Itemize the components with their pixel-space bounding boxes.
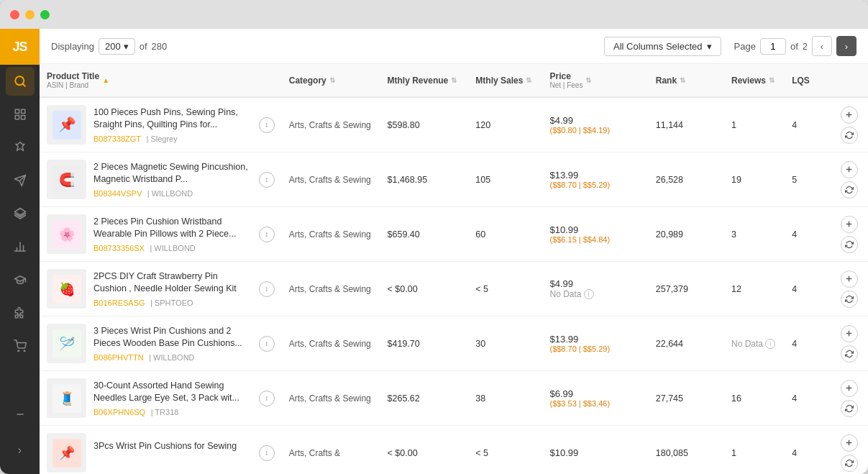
rank-value-6: 27,745	[656, 393, 683, 404]
product-asin-3[interactable]: B08733356SX	[93, 244, 145, 252]
refresh-action-btn-6[interactable]	[841, 400, 858, 417]
table-row: 🧲 2 Pieces Magnetic Sewing Pincushion, M…	[40, 152, 868, 207]
price-info-icon[interactable]: i	[584, 289, 594, 299]
action-buttons-4	[837, 270, 861, 308]
price-main-4: $4.99	[549, 278, 641, 289]
svg-text:🪡: 🪡	[59, 336, 76, 352]
rank-value-3: 20,989	[656, 229, 683, 240]
revenue-value-7: < $0.00	[388, 448, 418, 458]
sidebar-item-chart[interactable]	[6, 232, 35, 261]
action-buttons-3	[837, 216, 861, 253]
actions-cell-1	[830, 97, 868, 152]
svg-text:🌸: 🌸	[59, 227, 76, 242]
sales-cell-6: 38	[468, 371, 542, 426]
page-total: 2	[803, 41, 808, 52]
col-reviews-label: Reviews	[731, 76, 766, 86]
price-cell-2: $13.99 ($$8.70 | $$5.29)	[542, 152, 648, 207]
price-cell-7: $10.99	[542, 426, 648, 475]
product-asin-5[interactable]: B086PHVTTN	[93, 353, 144, 362]
maximize-btn[interactable]	[40, 10, 50, 19]
lqs-cell-1: 4	[785, 97, 830, 152]
sales-sort-icon: ⇅	[526, 76, 531, 84]
add-action-btn-7[interactable]	[841, 434, 858, 452]
sidebar-item-graduation[interactable]	[6, 265, 35, 294]
action-buttons-7	[837, 434, 861, 472]
add-action-btn-3[interactable]	[841, 216, 858, 233]
app-body: JS	[0, 29, 868, 474]
product-asin-4[interactable]: B016RESASG	[93, 298, 145, 307]
total-count: 280	[152, 41, 168, 52]
sidebar-toggle[interactable]	[6, 400, 35, 429]
page-prev-button[interactable]: ‹	[812, 36, 832, 56]
add-action-btn-5[interactable]	[841, 325, 858, 342]
col-header-reviews[interactable]: Reviews ⇅	[724, 64, 785, 97]
refresh-action-btn-3[interactable]	[841, 236, 858, 253]
page-next-button[interactable]: ›	[836, 36, 856, 56]
add-action-btn-6[interactable]	[841, 380, 858, 397]
per-page-value: 200	[105, 41, 121, 52]
rank-value-5: 22,644	[656, 339, 683, 349]
sidebar-item-layers[interactable]	[6, 199, 35, 228]
reviews-cell-1: 1	[724, 97, 785, 152]
scroll-type-icon: ↕	[259, 172, 275, 188]
category-cell-7: Arts, Crafts &	[282, 426, 380, 475]
sidebar-item-grid[interactable]	[6, 100, 35, 129]
sidebar-item-cart[interactable]	[6, 332, 35, 360]
product-brand-2: | WILLBOND	[147, 189, 193, 198]
col-header-product[interactable]: Product Title ASIN | Brand ▲	[40, 64, 282, 97]
sales-cell-2: 105	[468, 152, 542, 207]
sidebar-item-megaphone[interactable]	[6, 166, 35, 195]
products-table-container[interactable]: Product Title ASIN | Brand ▲ Category ⇅	[40, 64, 868, 474]
rank-cell-2: 26,528	[649, 152, 724, 207]
col-header-rank[interactable]: Rank ⇅	[649, 64, 724, 97]
product-info-4: 2PCS DIY Craft Strawberry Pin Cushion , …	[93, 270, 252, 308]
price-sort-icon: ⇅	[585, 76, 591, 84]
refresh-action-btn-2[interactable]	[841, 181, 858, 199]
add-action-btn-4[interactable]	[841, 270, 858, 288]
col-lqs-label: LQS	[792, 76, 810, 86]
refresh-action-btn-4[interactable]	[841, 291, 858, 308]
refresh-action-btn-5[interactable]	[841, 345, 858, 363]
product-info-2: 2 Pieces Magnetic Sewing Pincushion, Mag…	[93, 161, 252, 199]
sidebar-item-puzzle[interactable]	[6, 298, 35, 327]
col-header-category[interactable]: Category ⇅	[282, 64, 380, 97]
add-action-btn-2[interactable]	[841, 161, 858, 178]
sales-value-6: 38	[475, 393, 485, 404]
category-sort-icon: ⇅	[329, 76, 335, 84]
sidebar-item-search[interactable]	[6, 67, 35, 96]
per-page-select[interactable]: 200 ▾	[99, 38, 135, 55]
svg-text:🍓: 🍓	[59, 281, 76, 297]
page-number-input[interactable]	[760, 38, 786, 55]
product-image-4: 🍓	[47, 269, 86, 309]
reviews-info-icon[interactable]: i	[765, 339, 775, 349]
refresh-action-btn-1[interactable]	[841, 127, 858, 144]
minimize-btn[interactable]	[25, 10, 35, 19]
product-info-1: 100 Pieces Push Pins, Sewing Pins, Sraig…	[93, 106, 252, 144]
product-asin-1[interactable]: B087338ZGT	[93, 135, 141, 143]
lqs-cell-5: 4	[785, 316, 830, 371]
col-header-price[interactable]: Price Net | Fees ⇅	[542, 64, 648, 97]
product-cell-6: 🧵 30-Count Assorted Hand Sewing Needles …	[40, 371, 282, 426]
price-net-fees: ($$0.80 | $$4.19)	[549, 126, 641, 135]
lqs-cell-4: 4	[785, 262, 830, 316]
lqs-cell-3: 4	[785, 207, 830, 262]
col-product-label: Product Title	[47, 71, 99, 81]
reviews-value: 16	[731, 393, 741, 404]
category-cell-3: Arts, Crafts & Sewing	[282, 207, 380, 262]
products-table: Product Title ASIN | Brand ▲ Category ⇅	[40, 64, 868, 474]
col-header-revenue[interactable]: Mthly Revenue ⇅	[380, 64, 469, 97]
col-header-sales[interactable]: Mthly Sales ⇅	[468, 64, 542, 97]
rank-cell-6: 27,745	[649, 371, 724, 426]
scroll-type-icon: ↕	[259, 281, 275, 297]
columns-selector-button[interactable]: All Columns Selected ▾	[604, 37, 721, 56]
sidebar-item-pin[interactable]	[6, 133, 35, 162]
svg-rect-3	[21, 109, 24, 113]
product-asin-2[interactable]: B08344VSPV	[93, 189, 142, 198]
close-btn[interactable]	[10, 10, 19, 19]
price-cell-3: $10.99 ($$6.15 | $$4.84)	[542, 207, 648, 262]
product-cell-5: 🪡 3 Pieces Wrist Pin Cushions and 2 Piec…	[40, 316, 282, 371]
add-action-btn-1[interactable]	[841, 106, 858, 124]
sidebar-expand[interactable]: ›	[6, 436, 35, 465]
product-asin-6[interactable]: B06XPHN6SQ	[93, 408, 145, 416]
refresh-action-btn-7[interactable]	[841, 455, 858, 472]
